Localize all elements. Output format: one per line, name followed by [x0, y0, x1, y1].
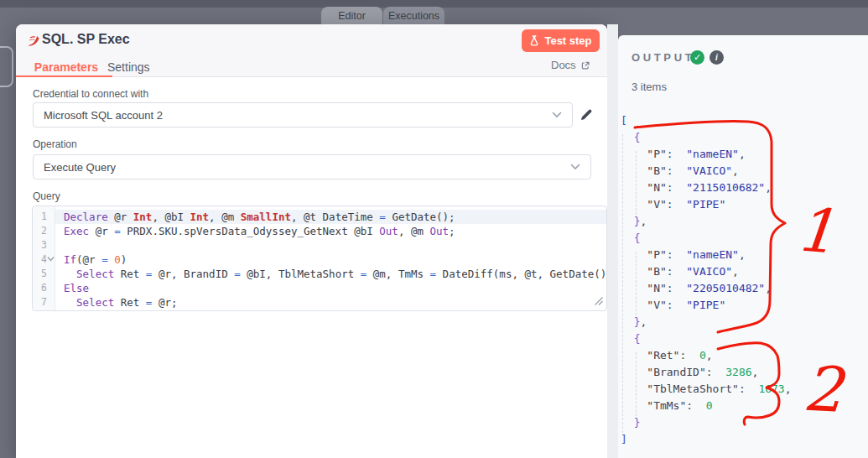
- credential-value: Microsoft SQL account 2: [44, 109, 163, 122]
- node-title: SQL. SP Exec: [42, 32, 130, 47]
- json-line: [: [621, 112, 865, 129]
- code-line: Declare @r Int, @bI Int, @m SmallInt, @t…: [55, 210, 606, 224]
- credential-label: Credential to connect with: [33, 88, 148, 100]
- json-line: },: [621, 314, 865, 330]
- background-panel-edge: [0, 46, 13, 87]
- json-line: "Ret": 0,: [621, 347, 865, 364]
- edit-credential-button[interactable]: [577, 107, 595, 125]
- code-line: Exec @r = PRDX.SKU.spVersData_Odyssey_Ge…: [55, 224, 606, 238]
- node-settings-modal: SQL. SP Exec Test step Parameters Settin…: [16, 24, 607, 458]
- json-line: "V": "PIPE": [621, 297, 865, 314]
- gutter-line: 2: [33, 224, 55, 238]
- docs-label: Docs: [551, 59, 576, 71]
- gutter-line: 5: [33, 267, 55, 281]
- external-link-icon: [580, 60, 590, 70]
- json-line: "B": "VAICO",: [621, 263, 865, 280]
- gutter-line: 3: [33, 238, 55, 252]
- chevron-down-icon: [552, 112, 562, 118]
- code-line: Select Ret = @r;: [55, 295, 606, 310]
- code-line: Else: [55, 281, 606, 295]
- background-tab-executions[interactable]: Executions: [383, 7, 444, 24]
- check-glyph: ✓: [694, 52, 701, 63]
- json-line: "P": "nameEN",: [621, 247, 865, 263]
- panel-divider[interactable]: [607, 24, 618, 458]
- json-line: "TblMetaShort": 1673,: [621, 381, 865, 398]
- test-step-button[interactable]: Test step: [522, 29, 600, 52]
- query-label: Query: [33, 190, 60, 202]
- operation-value: Execute Query: [44, 161, 116, 174]
- json-line: },: [621, 213, 865, 230]
- json-line: "N": "2115010682",: [621, 180, 865, 196]
- json-line: "TmMs": 0: [621, 398, 865, 414]
- editor-code-area[interactable]: Declare @r Int, @bI Int, @m SmallInt, @t…: [55, 206, 606, 310]
- json-line: {: [621, 330, 865, 347]
- pencil-icon: [580, 107, 594, 122]
- gutter-line: 1: [33, 210, 55, 224]
- output-panel: OUTPUT ✓ i 3 items [ { "P": "nameEN", "B…: [618, 35, 868, 458]
- background-tab-executions-label: Executions: [388, 10, 439, 22]
- code-line: [55, 238, 606, 252]
- background-tab-editor[interactable]: Editor: [321, 7, 382, 24]
- json-line: "B": "VAICO",: [621, 163, 865, 180]
- output-json-view: [ { "P": "nameEN", "B": "VAICO", "N": "2…: [621, 112, 865, 448]
- json-line: ]: [621, 431, 865, 448]
- json-line: "P": "nameEN",: [621, 146, 865, 163]
- modal-header: SQL. SP Exec Test step Parameters Settin…: [16, 24, 607, 77]
- flask-icon: [529, 35, 539, 46]
- output-header: OUTPUT: [632, 51, 694, 64]
- json-line: {: [621, 129, 865, 146]
- chevron-down-icon: [570, 164, 580, 170]
- active-tab-underline: [16, 75, 112, 77]
- json-line: {: [621, 230, 865, 247]
- operation-select[interactable]: Execute Query: [33, 154, 591, 180]
- tab-settings[interactable]: Settings: [102, 56, 153, 77]
- json-line: "N": "2205010482",: [621, 280, 865, 297]
- fold-caret-icon[interactable]: [47, 256, 55, 262]
- gutter-line: 6: [33, 281, 55, 295]
- mssql-node-icon: [25, 33, 42, 49]
- operation-label: Operation: [33, 138, 77, 150]
- editor-resize-handle-icon[interactable]: [594, 296, 604, 306]
- code-line: If(@r = 0): [55, 252, 606, 267]
- gutter-line: 7: [33, 295, 55, 310]
- items-count: 3 items: [632, 81, 667, 93]
- credential-select[interactable]: Microsoft SQL account 2: [33, 102, 573, 128]
- background-tab-editor-label: Editor: [338, 10, 366, 22]
- json-line: "BrandID": 3286,: [621, 364, 865, 381]
- docs-link[interactable]: Docs: [551, 59, 590, 71]
- json-line: }: [621, 414, 865, 431]
- test-step-label: Test step: [544, 34, 591, 47]
- info-glyph: i: [715, 53, 718, 62]
- code-line: Select Ret = @r, BrandID = @bI, TblMetaS…: [55, 267, 606, 281]
- sql-code-editor[interactable]: 1234567 Declare @r Int, @bI Int, @m Smal…: [32, 206, 607, 311]
- info-icon[interactable]: i: [709, 50, 724, 65]
- success-check-icon: ✓: [690, 50, 704, 65]
- tab-parameters[interactable]: Parameters: [20, 56, 112, 77]
- json-line: "V": "PIPE": [621, 196, 865, 213]
